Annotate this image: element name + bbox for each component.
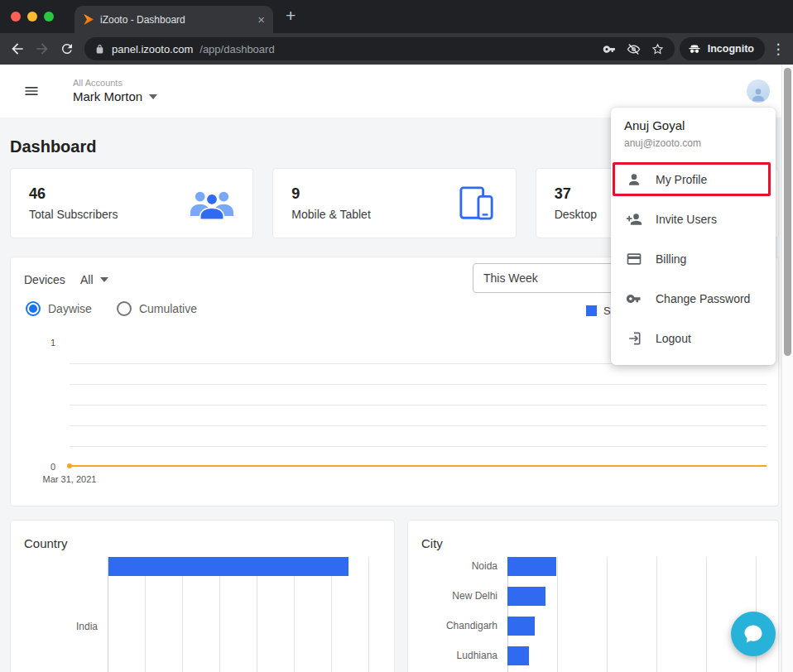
subscribers-series-line (70, 465, 767, 467)
menu-item-change-password[interactable]: Change Password (611, 279, 776, 319)
devices-panel-title: Devices (24, 273, 65, 286)
saved-passwords-key-icon[interactable] (603, 42, 617, 56)
forward-arrow-icon (34, 41, 50, 57)
zoom-window-button[interactable] (44, 12, 54, 22)
key-icon (626, 290, 642, 307)
country-bar-chart (108, 557, 381, 672)
stat-value: 46 (29, 185, 118, 202)
user-email: anuj@izooto.com (624, 136, 762, 151)
profile-person-icon (626, 171, 642, 188)
address-bar[interactable]: panel.izooto.com /app/dashboard (84, 37, 675, 60)
menu-item-invite-users[interactable]: Invite Users (611, 199, 776, 239)
incognito-label: Incognito (708, 43, 754, 55)
window-controls (11, 12, 54, 22)
browser-tab-strip: iZooto - Dashboard × + (0, 0, 793, 33)
radio-cumulative[interactable]: Cumulative (117, 301, 197, 316)
country-category-label: India (11, 620, 98, 633)
browser-toolbar: panel.izooto.com /app/dashboard Incognit… (0, 33, 793, 65)
radio-unselected-icon (117, 301, 132, 316)
city-label: Ludhiana (408, 646, 507, 665)
eye-off-icon[interactable] (627, 42, 641, 56)
country-chart-title: Country (24, 536, 68, 550)
city-bar (507, 617, 535, 636)
logout-icon (626, 330, 642, 347)
device-filter-dropdown[interactable]: All (80, 273, 108, 286)
scrollbar-thumb[interactable] (784, 68, 791, 356)
url-path: /app/dashboard (199, 43, 595, 55)
stat-label: Mobile & Tablet (291, 208, 370, 221)
reload-button[interactable] (55, 36, 79, 61)
person-add-icon (626, 211, 642, 228)
incognito-spy-icon (687, 41, 702, 56)
city-bar (507, 587, 545, 606)
forward-button[interactable] (30, 36, 55, 61)
back-arrow-icon (9, 41, 26, 57)
x-axis-label: Mar 31, 2021 (32, 474, 107, 484)
hamburger-menu-button[interactable] (22, 81, 41, 101)
radio-selected-icon (26, 301, 41, 316)
stat-value: 37 (555, 185, 597, 202)
account-name: Mark Morton (73, 89, 142, 105)
menu-item-my-profile[interactable]: My Profile (611, 160, 776, 199)
bookmark-star-icon[interactable] (651, 42, 665, 56)
stat-value: 9 (291, 185, 370, 202)
account-switcher[interactable]: All Accounts Mark Morton (73, 78, 157, 105)
minimize-window-button[interactable] (27, 12, 37, 22)
new-tab-button[interactable]: + (286, 7, 296, 25)
city-row: Ludhiana (408, 646, 765, 672)
city-row: New Delhi (408, 587, 765, 617)
user-menu-header: Anuj Goyal anuj@izooto.com (611, 108, 776, 160)
account-scope-label: All Accounts (73, 78, 157, 89)
city-bar (507, 557, 556, 576)
stat-label: Desktop (555, 208, 597, 221)
user-dropdown-menu: Anuj Goyal anuj@izooto.com My Profile In… (611, 108, 776, 365)
country-bar (108, 557, 348, 576)
back-button[interactable] (5, 36, 30, 61)
chat-widget-button[interactable] (731, 612, 776, 656)
subscribers-people-icon (190, 186, 234, 221)
close-window-button[interactable] (11, 12, 21, 22)
bottom-charts-row: Country India City NoidaNew DelhiChandig… (10, 520, 779, 672)
city-chart-title: City (421, 536, 443, 550)
stat-label: Total Subscribers (29, 208, 118, 221)
chevron-down-icon (149, 94, 157, 99)
city-row: Chandigarh (408, 617, 765, 646)
city-label: Chandigarh (408, 617, 507, 636)
period-select-value: This Week (483, 271, 538, 285)
browser-tab[interactable]: iZooto - Dashboard × (74, 6, 273, 33)
y-axis-tick-1: 1 (36, 338, 55, 348)
country-chart-card: Country India (10, 520, 395, 672)
city-chart-card: City NoidaNew DelhiChandigarhLudhiana (407, 520, 779, 672)
incognito-badge: Incognito (680, 37, 765, 60)
city-bar-rows: NoidaNew DelhiChandigarhLudhiana (408, 557, 765, 672)
radio-daywise[interactable]: Daywise (26, 301, 92, 316)
city-bar-chart: NoidaNew DelhiChandigarhLudhiana (408, 557, 765, 672)
y-axis-tick-0: 0 (36, 462, 55, 472)
browser-menu-button[interactable]: ⋮ (768, 41, 788, 58)
vertical-scrollbar[interactable] (781, 65, 793, 672)
user-avatar[interactable] (747, 79, 770, 103)
menu-item-billing[interactable]: Billing (611, 239, 776, 279)
avatar-person-icon (750, 86, 767, 103)
city-row: Noida (408, 557, 765, 587)
tab-title: iZooto - Dashboard (100, 14, 251, 26)
stat-card-mobile-tablet: 9 Mobile & Tablet (272, 168, 516, 238)
url-host: panel.izooto.com (112, 43, 193, 55)
city-bar (507, 646, 529, 665)
subscribers-series-point (67, 463, 72, 468)
mobile-tablet-icon (456, 185, 497, 222)
reload-icon (60, 41, 74, 56)
tab-close-icon[interactable]: × (257, 13, 265, 26)
city-label: New Delhi (408, 587, 507, 606)
hamburger-icon (23, 83, 40, 99)
menu-item-logout[interactable]: Logout (611, 319, 776, 358)
chevron-down-icon (100, 277, 108, 282)
city-label: Noida (408, 557, 507, 576)
device-filter-value: All (80, 273, 94, 286)
chat-bubble-icon (742, 622, 765, 646)
chart-mode-radio-group: Daywise Cumulative (26, 301, 197, 316)
izooto-favicon-icon (83, 14, 94, 25)
user-name: Anuj Goyal (624, 118, 762, 134)
stat-card-total-subscribers: 46 Total Subscribers (10, 168, 253, 238)
lock-icon (94, 44, 105, 55)
